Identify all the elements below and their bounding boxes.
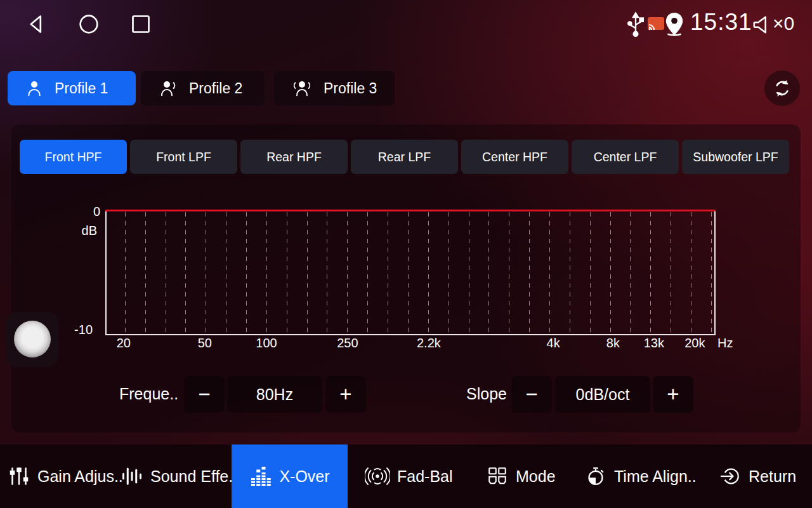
minus-icon: − [525, 382, 537, 406]
mode-grid-icon [486, 465, 509, 488]
tab-center-hpf[interactable]: Center HPF [461, 140, 568, 174]
knob-plate [6, 312, 58, 367]
slope-label: Slope [466, 385, 507, 403]
stopwatch-icon [584, 465, 607, 488]
nav-sound-effects[interactable]: Sound Effe.. [121, 444, 237, 508]
tab-label: Rear HPF [266, 150, 322, 164]
person-wave-icon [157, 78, 179, 98]
profile-label: Profile 2 [189, 80, 242, 97]
volume-level: ×0 [773, 13, 794, 34]
profile-label: Profile 3 [324, 80, 377, 97]
equalizer-bars-icon [249, 465, 272, 488]
plus-icon: + [667, 382, 679, 406]
tab-label: Center HPF [482, 150, 547, 164]
sync-icon [771, 77, 794, 100]
frequency-response-plot [105, 210, 716, 335]
volume-muted-icon [751, 14, 773, 36]
nav-label: Gain Adjus.. [37, 467, 123, 486]
return-arrow-icon [719, 465, 742, 488]
nav-xover[interactable]: X-Over [232, 444, 348, 508]
recents-icon[interactable] [128, 11, 154, 37]
nav-label: Mode [516, 467, 556, 486]
x-tick-label: 250 [337, 336, 358, 351]
tab-front-hpf[interactable]: Front HPF [20, 140, 127, 174]
x-tick-label: 13k [644, 336, 664, 351]
profile-3-button[interactable]: Profile 3 [274, 71, 395, 105]
tab-label: Front LPF [156, 150, 211, 164]
nav-fad-bal[interactable]: Fad-Bal [365, 444, 453, 508]
x-tick-label: 8k [606, 336, 620, 351]
y-tick-min: -10 [67, 323, 93, 337]
frequency-label: Freque.. [119, 385, 178, 403]
tab-label: Front HPF [45, 150, 102, 164]
tab-label: Rear LPF [378, 150, 431, 164]
x-tick-label: 20k [684, 336, 705, 351]
frequency-plus-button[interactable]: + [325, 376, 366, 413]
response-curve [105, 210, 716, 211]
location-icon [664, 11, 685, 37]
cast-icon [648, 17, 664, 31]
x-axis-unit: Hz [717, 336, 733, 351]
tab-subwoofer-lpf[interactable]: Subwoofer LPF [682, 140, 789, 174]
usb-icon [625, 11, 646, 38]
x-tick-label: 20 [117, 336, 131, 351]
gain-sliders-icon [8, 465, 30, 488]
rotary-knob[interactable] [14, 321, 51, 358]
status-bar: 15:31 ×0 [0, 0, 812, 50]
x-tick-label: 2.2k [417, 336, 441, 351]
x-tick-label: 4k [547, 336, 560, 351]
nav-label: Sound Effe.. [150, 467, 237, 486]
person-waves-icon [291, 78, 313, 98]
profile-1-button[interactable]: Profile 1 [8, 71, 136, 105]
slope-minus-button[interactable]: − [511, 376, 552, 413]
nav-label: Time Align.. [614, 467, 697, 486]
slope-plus-button[interactable]: + [653, 376, 693, 413]
profile-label: Profile 1 [55, 80, 108, 97]
bottom-nav: Gain Adjus.. Sound Effe.. [0, 444, 812, 508]
x-tick-label: 50 [198, 336, 212, 351]
sound-wave-icon [121, 465, 143, 488]
tab-front-lpf[interactable]: Front LPF [130, 140, 237, 174]
tab-label: Center LPF [594, 150, 657, 164]
nav-gain-adjust[interactable]: Gain Adjus.. [8, 444, 123, 508]
slope-value: 0dB/oct [555, 376, 650, 413]
x-axis-ticks: 20501002502.2k4k8k13k20k [105, 334, 716, 353]
tab-rear-hpf[interactable]: Rear HPF [240, 140, 348, 174]
fader-balance-icon [365, 465, 390, 488]
nav-return[interactable]: Return [719, 444, 796, 508]
tab-center-lpf[interactable]: Center LPF [572, 140, 679, 174]
x-tick-label: 100 [256, 336, 277, 351]
clock: 15:31 [690, 9, 752, 36]
profile-2-button[interactable]: Profile 2 [141, 71, 265, 105]
nav-time-align[interactable]: Time Align.. [584, 444, 697, 508]
person-icon [24, 78, 44, 98]
tab-label: Subwoofer LPF [693, 150, 778, 164]
sync-button[interactable] [764, 70, 800, 106]
nav-label: X-Over [279, 467, 329, 486]
home-icon[interactable] [76, 11, 102, 37]
xover-panel: Front HPF Front LPF Rear HPF Rear LPF Ce… [11, 124, 801, 432]
tab-rear-lpf[interactable]: Rear LPF [351, 140, 458, 174]
y-tick-0: 0 [75, 204, 100, 219]
plus-icon: + [339, 382, 351, 406]
minus-icon: − [198, 382, 210, 406]
frequency-value: 80Hz [227, 376, 322, 413]
screen: 15:31 ×0 Profile 1 Profile 2 [0, 0, 812, 508]
back-icon[interactable] [24, 11, 49, 37]
nav-label: Fad-Bal [397, 467, 453, 486]
y-axis-unit: dB [72, 224, 97, 238]
frequency-minus-button[interactable]: − [184, 376, 225, 413]
nav-mode[interactable]: Mode [486, 444, 556, 508]
nav-label: Return [749, 467, 796, 486]
